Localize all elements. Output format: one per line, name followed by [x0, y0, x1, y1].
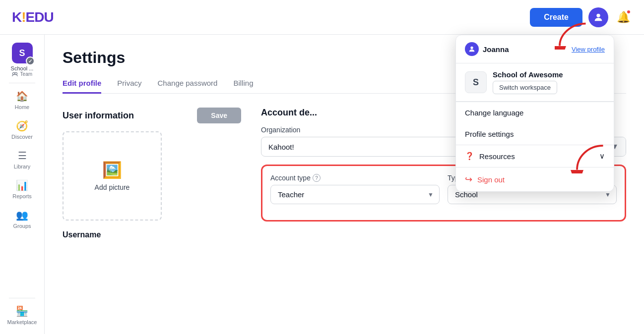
image-icon: 🖼️	[102, 161, 122, 179]
account-type-select-wrapper: Teacher Student Admin	[270, 185, 440, 204]
workspace-item[interactable]: S ✓ School ... Team	[0, 39, 44, 81]
user-dropdown: Joanna View profile S School of Awesome …	[455, 35, 614, 192]
change-language-item[interactable]: Change language	[456, 102, 614, 123]
add-picture-label: Add picture	[95, 183, 130, 191]
logo-text: K!EDU	[12, 9, 54, 25]
home-label: Home	[15, 104, 29, 110]
library-label: Library	[14, 164, 31, 169]
avatar-upload-area[interactable]: 🖼️ Add picture	[63, 131, 162, 221]
reports-icon: 📊	[16, 179, 28, 191]
dropdown-user: Joanna	[465, 42, 509, 56]
left-column: User information Save 🖼️ Add picture Use…	[63, 108, 241, 239]
library-icon: ☰	[18, 150, 27, 162]
view-profile-link[interactable]: View profile	[572, 46, 605, 53]
create-button[interactable]: Create	[530, 8, 582, 27]
section-header: User information Save	[63, 108, 241, 123]
home-icon: 🏠	[16, 90, 28, 102]
profile-settings-item[interactable]: Profile settings	[456, 123, 614, 145]
sidebar-item-marketplace[interactable]: 🏪 Marketplace	[0, 300, 44, 330]
account-type-field: Account type ? Teacher Student Admin	[270, 174, 440, 204]
user-avatar-button[interactable]	[588, 7, 608, 27]
workspace-check: ✓	[26, 56, 35, 65]
resources-chevron: ∨	[599, 152, 605, 161]
groups-label: Groups	[13, 223, 31, 229]
dropdown-workspace: S School of Awesome Switch workspace	[456, 63, 614, 102]
tab-privacy[interactable]: Privacy	[117, 79, 141, 94]
dropdown-header: Joanna View profile	[456, 35, 614, 63]
sidebar-item-discover[interactable]: 🧭 Discover	[0, 115, 44, 145]
sign-out-item[interactable]: ↪ Sign out	[456, 167, 614, 191]
resources-item-left: ❓ Resources	[465, 152, 515, 161]
svg-point-3	[470, 47, 473, 49]
save-button[interactable]: Save	[197, 108, 241, 123]
workspace-name: School of Awesome	[493, 70, 605, 79]
nav-divider-2	[9, 298, 35, 298]
account-type-label: Account type ?	[270, 174, 440, 182]
discover-label: Discover	[11, 134, 33, 140]
account-type-help[interactable]: ?	[313, 174, 321, 182]
workspace-icon: S ✓	[12, 43, 33, 63]
account-type-select[interactable]: Teacher Student Admin	[270, 185, 440, 204]
marketplace-label: Marketplace	[7, 319, 37, 325]
resources-item[interactable]: ❓ Resources ∨	[456, 145, 614, 167]
header-right: Create 🔔	[530, 7, 632, 27]
username-label: Username	[63, 230, 241, 239]
tab-billing[interactable]: Billing	[233, 79, 253, 94]
notification-badge	[626, 9, 631, 14]
svg-point-0	[596, 13, 600, 17]
sidebar-item-home[interactable]: 🏠 Home	[0, 85, 44, 115]
sidebar: S ✓ School ... Team 🏠 Home 🧭 Discover ☰ …	[0, 35, 45, 334]
sidebar-item-groups[interactable]: 👥 Groups	[0, 204, 44, 234]
groups-icon: 👥	[16, 209, 28, 221]
discover-icon: 🧭	[16, 120, 28, 132]
sign-out-label: Sign out	[477, 175, 505, 184]
user-info-title: User information	[63, 111, 134, 121]
sidebar-item-reports[interactable]: 📊 Reports	[0, 174, 44, 204]
marketplace-icon: 🏪	[16, 305, 28, 317]
sidebar-item-library[interactable]: ☰ Library	[0, 145, 44, 174]
nav-divider	[9, 83, 35, 83]
logo: K!EDU	[12, 9, 54, 25]
workspace-sublabel: Team	[12, 71, 32, 77]
sign-out-icon: ↪	[465, 174, 472, 185]
workspace-name: School ...	[11, 65, 34, 71]
workspace-dropdown-icon: S	[465, 71, 487, 93]
dropdown-avatar	[465, 42, 479, 56]
dropdown-username: Joanna	[483, 45, 509, 54]
svg-point-2	[15, 73, 17, 75]
workspace-info: School of Awesome Switch workspace	[493, 70, 605, 94]
tab-change-password[interactable]: Change password	[158, 79, 218, 94]
reports-label: Reports	[12, 193, 32, 199]
notification-button[interactable]: 🔔	[614, 8, 632, 26]
help-icon: ❓	[465, 152, 474, 161]
header: K!EDU Create 🔔	[0, 0, 644, 35]
switch-workspace-button[interactable]: Switch workspace	[493, 81, 557, 94]
svg-point-1	[12, 73, 15, 75]
tab-edit-profile[interactable]: Edit profile	[63, 79, 101, 94]
